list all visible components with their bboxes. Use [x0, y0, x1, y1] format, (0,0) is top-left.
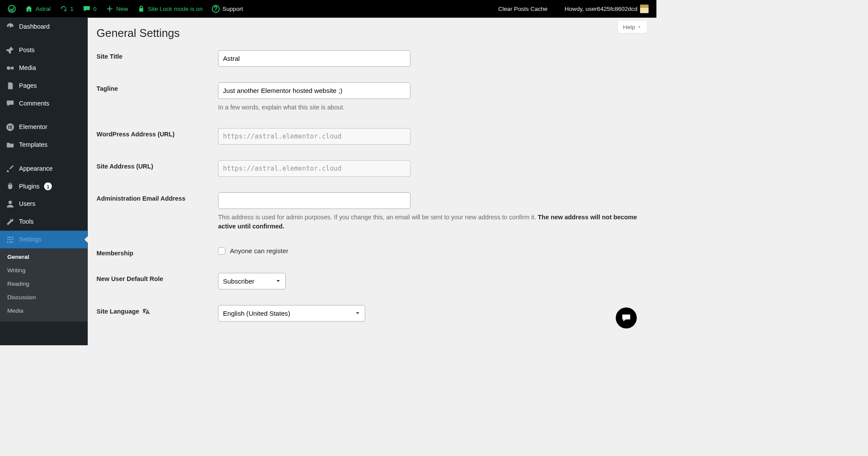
row-site-title: Site Title — [96, 50, 647, 67]
update-icon — [60, 5, 68, 13]
sidebar-item-media[interactable]: Media — [0, 59, 87, 77]
membership-checkbox-label[interactable]: Anyone can register — [218, 247, 647, 254]
site-title-input[interactable] — [218, 50, 410, 67]
site-address-input — [218, 160, 410, 177]
sidebar-item-settings[interactable]: Settings — [0, 231, 87, 248]
site-lock-label: Site Lock mode is on — [148, 5, 202, 12]
clear-cache-link[interactable]: Clear Posts Cache — [494, 0, 551, 18]
sidebar-item-label: Comments — [19, 100, 49, 107]
tagline-input[interactable] — [218, 83, 410, 99]
tagline-description: In a few words, explain what this site i… — [218, 103, 647, 112]
svg-point-4 — [9, 201, 12, 204]
updates-link[interactable]: 1 — [56, 0, 78, 18]
submenu-item-discussion[interactable]: Discussion — [0, 291, 87, 304]
sliders-icon — [6, 235, 15, 244]
admin-email-input[interactable] — [218, 192, 410, 209]
pages-icon — [6, 82, 15, 90]
svg-point-2 — [7, 66, 10, 70]
label-admin-email: Administration Email Address — [96, 192, 218, 231]
submenu-label: Discussion — [7, 294, 36, 301]
row-tagline: Tagline In a few words, explain what thi… — [96, 83, 647, 112]
sidebar-item-users[interactable]: Users — [0, 195, 87, 213]
help-tab-label: Help — [623, 23, 635, 30]
media-icon — [6, 64, 15, 73]
sidebar-item-comments[interactable]: Comments — [0, 95, 87, 112]
submenu-label: Writing — [7, 267, 26, 274]
support-label: Support — [222, 5, 243, 12]
label-site-title: Site Title — [96, 50, 218, 67]
sidebar-item-label: Elementor — [19, 123, 48, 131]
sidebar-item-appearance[interactable]: Appearance — [0, 160, 87, 178]
avatar-icon — [640, 5, 649, 13]
sidebar-item-label: Dashboard — [19, 23, 50, 30]
sidebar-item-label: Settings — [19, 236, 42, 243]
submenu-item-general[interactable]: General — [0, 250, 87, 264]
admin-email-description: This address is used for admin purposes.… — [218, 213, 647, 231]
sidebar-item-dashboard[interactable]: Dashboard — [0, 18, 87, 36]
sidebar-item-label: Appearance — [19, 165, 53, 172]
submenu-item-reading[interactable]: Reading — [0, 277, 87, 291]
user-icon — [6, 200, 15, 208]
site-lock-link[interactable]: Site Lock mode is on — [133, 0, 207, 18]
sidebar-item-posts[interactable]: Posts — [0, 41, 87, 59]
site-name-text: Astral — [36, 5, 51, 12]
membership-checkbox[interactable] — [218, 247, 225, 254]
comments-link[interactable]: 0 — [79, 0, 101, 18]
clear-cache-label: Clear Posts Cache — [498, 5, 548, 12]
settings-form: Site Title Tagline In a few words, expla… — [96, 50, 647, 321]
submenu-label: Media — [7, 307, 23, 314]
label-membership: Membership — [96, 247, 218, 257]
label-site-address: Site Address (URL) — [96, 160, 218, 177]
sidebar-item-label: Users — [19, 200, 36, 208]
howdy-label: Howdy, user6425fc8602dcd — [564, 5, 637, 12]
row-wp-address: WordPress Address (URL) — [96, 128, 647, 145]
sidebar-item-elementor[interactable]: Elementor — [0, 118, 87, 136]
settings-submenu: General Writing Reading Discussion Media — [0, 248, 87, 322]
submenu-item-writing[interactable]: Writing — [0, 264, 87, 277]
comments-icon — [6, 99, 15, 108]
sidebar-item-templates[interactable]: Templates — [0, 136, 87, 154]
translate-icon — [142, 307, 150, 315]
updates-count: 1 — [70, 5, 74, 12]
pin-icon — [6, 46, 15, 55]
membership-checkbox-text: Anyone can register — [230, 247, 288, 254]
wp-logo-link[interactable] — [4, 0, 20, 18]
user-account-link[interactable]: Howdy, user6425fc8602dcd — [561, 0, 653, 18]
home-icon — [25, 5, 33, 13]
help-tab-button[interactable]: Help — [617, 21, 647, 33]
top-admin-bar: Astral 1 0 New Site Lock mode is on Supp… — [0, 0, 657, 18]
admin-email-desc-a: This address is used for admin purposes.… — [218, 214, 538, 221]
sidebar-item-label: Pages — [19, 82, 37, 89]
sidebar-item-label: Posts — [19, 46, 35, 54]
sidebar-item-plugins[interactable]: Plugins 1 — [0, 177, 87, 195]
plus-icon — [106, 5, 114, 13]
sidebar-item-label: Plugins — [19, 183, 40, 190]
comment-icon — [83, 5, 91, 13]
row-default-role: New User Default Role Subscriber — [96, 273, 647, 289]
label-tagline: Tagline — [96, 83, 218, 112]
row-site-address: Site Address (URL) — [96, 160, 647, 177]
sidebar-item-tools[interactable]: Tools — [0, 213, 87, 231]
label-site-language: Site Language — [96, 305, 218, 321]
chat-widget-button[interactable] — [616, 307, 637, 328]
page-title: General Settings — [96, 27, 647, 40]
submenu-label: Reading — [7, 281, 30, 287]
support-link[interactable]: Support — [208, 0, 247, 18]
sidebar-item-pages[interactable]: Pages — [0, 77, 87, 95]
main-content: Help General Settings Site Title Tagline… — [87, 18, 657, 345]
site-language-select[interactable]: English (United States) — [218, 305, 365, 321]
default-role-select[interactable]: Subscriber — [218, 273, 286, 289]
sidebar-item-label: Tools — [19, 218, 34, 225]
dashboard-icon — [6, 22, 15, 31]
brush-icon — [6, 164, 15, 173]
sidebar-item-label: Media — [19, 64, 36, 72]
wordpress-logo-icon — [8, 5, 16, 13]
admin-sidebar: Dashboard Posts Media Pages Comments Ele… — [0, 18, 87, 345]
new-label: New — [116, 5, 128, 12]
site-name-link[interactable]: Astral — [21, 0, 54, 18]
submenu-label: General — [7, 254, 30, 260]
wrench-icon — [6, 218, 15, 226]
new-content-link[interactable]: New — [102, 0, 132, 18]
submenu-item-media[interactable]: Media — [0, 304, 87, 317]
lock-icon — [137, 5, 145, 13]
